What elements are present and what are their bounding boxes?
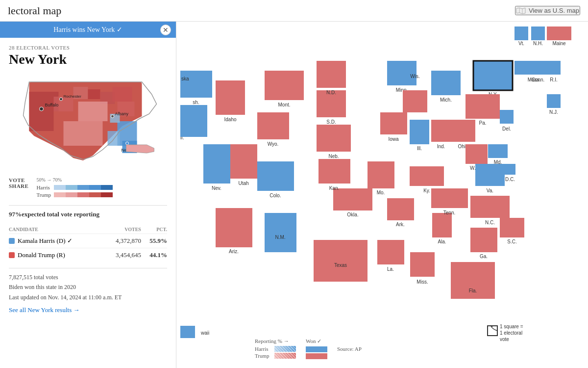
utah-square[interactable]	[230, 144, 257, 179]
texas-square[interactable]	[314, 240, 368, 282]
svg-text:Idaho: Idaho	[224, 117, 236, 122]
ill-square[interactable]	[410, 120, 429, 144]
map-legend-container: Reporting % → Harris Trump Won ✓ Source:…	[255, 338, 362, 359]
harris-color-bar	[54, 185, 113, 190]
svg-text:waii: waii	[200, 330, 209, 336]
nh-square[interactable]	[531, 26, 545, 40]
md-square[interactable]	[488, 144, 508, 158]
see-all-results-link[interactable]: See all New York results →	[9, 306, 167, 314]
ohio-square[interactable]	[451, 120, 475, 142]
svg-text:N.C.: N.C.	[485, 220, 495, 225]
svg-text:Ky.: Ky.	[423, 188, 430, 193]
ny-map-svg: Buffalo Rochester Albany New York	[9, 72, 167, 170]
close-button[interactable]: ✕	[160, 25, 171, 35]
la-square[interactable]	[377, 240, 404, 264]
svg-text:D.C.: D.C.	[505, 177, 515, 182]
maine-square[interactable]	[547, 26, 571, 40]
svg-text:N.H.: N.H.	[533, 41, 543, 46]
svg-rect-2	[29, 111, 54, 131]
nm-square[interactable]	[265, 213, 296, 252]
colo-square[interactable]	[257, 161, 294, 191]
miss-square[interactable]	[410, 252, 435, 277]
svg-text:N.D.: N.D.	[326, 90, 336, 95]
nev-square[interactable]	[203, 144, 230, 184]
svg-text:N.J.: N.J.	[549, 109, 558, 115]
state-map: Buffalo Rochester Albany New York	[9, 72, 167, 170]
iowa-square[interactable]	[380, 112, 407, 134]
ky-square[interactable]	[410, 166, 444, 186]
kan-square[interactable]	[318, 159, 350, 184]
svg-text:1 square =: 1 square =	[500, 324, 523, 329]
trump-legend-row: Trump	[36, 192, 113, 198]
ala-square[interactable]	[432, 213, 452, 237]
ore-square[interactable]	[180, 105, 207, 137]
trump-reporting-row: Trump	[255, 353, 296, 359]
ny-square[interactable]	[473, 61, 513, 90]
harris-reporting-row: Harris	[255, 346, 296, 352]
col-pct: PCT.	[141, 225, 167, 234]
sidebar-content: 28 ELECTORAL VOTES New York	[0, 38, 176, 368]
col-votes: VOTES	[103, 225, 141, 234]
ark-square[interactable]	[387, 198, 414, 220]
ind-square[interactable]	[431, 120, 451, 142]
wyo-square[interactable]	[257, 112, 289, 139]
harris-reporting-swatch	[274, 346, 296, 352]
electoral-vote-annotation: 1 square = 1 electoral vote	[488, 324, 523, 342]
source-label: Source: AP	[337, 338, 362, 352]
idaho-square[interactable]	[216, 80, 245, 115]
dc-square[interactable]	[505, 164, 515, 175]
state-detail-panel: Harris wins New York ✓ ✕ 28 ELECTORAL VO…	[0, 22, 176, 368]
okla-square[interactable]	[333, 188, 372, 210]
svg-text:Albany: Albany	[115, 111, 129, 116]
legend-scale: 50% → 70%	[36, 177, 113, 183]
svg-text:Maine: Maine	[552, 41, 566, 46]
svg-text:Nev.: Nev.	[212, 185, 221, 191]
nj-square[interactable]	[547, 94, 561, 108]
candidate-results-table: CANDIDATE VOTES PCT. Kamala Harris (D) ✓…	[9, 225, 167, 262]
svg-text:Pa.: Pa.	[479, 120, 486, 126]
nc-square[interactable]	[470, 196, 510, 218]
electoral-cartogram-svg: Vt. N.H. Maine Mass. N.Y. Conn. R.I. Pa.…	[176, 22, 588, 368]
wash-square[interactable]	[180, 71, 212, 98]
electoral-votes-label: 28 ELECTORAL VOTES	[9, 45, 167, 51]
conn-square[interactable]	[531, 61, 545, 75]
pa-square[interactable]	[466, 94, 500, 119]
del-square[interactable]	[500, 110, 514, 124]
ariz-square[interactable]	[216, 208, 252, 247]
wva-square[interactable]	[466, 144, 488, 164]
svg-text:S.C.: S.C.	[507, 239, 516, 244]
mont-square[interactable]	[265, 71, 304, 100]
tenn-square[interactable]	[431, 188, 468, 208]
trump-color-bar	[54, 192, 113, 197]
svg-text:Okla.: Okla.	[347, 212, 358, 217]
trump-won-row	[306, 353, 327, 359]
sc-square[interactable]	[500, 218, 524, 237]
svg-rect-7	[113, 87, 132, 102]
svg-text:Ark.: Ark.	[396, 222, 405, 227]
trump-won-swatch	[306, 353, 327, 359]
nd-square[interactable]	[317, 61, 346, 88]
svg-text:Colo.: Colo.	[270, 193, 281, 198]
ri-square[interactable]	[547, 61, 561, 75]
ga-square[interactable]	[470, 228, 497, 252]
svg-text:Del.: Del.	[502, 126, 511, 131]
svg-text:Ind.: Ind.	[437, 144, 445, 149]
svg-text:Va.: Va.	[487, 188, 493, 193]
harris-party-indicator	[9, 238, 15, 244]
vt-square[interactable]	[514, 26, 528, 40]
wis-square[interactable]	[403, 90, 427, 112]
minn-square[interactable]	[387, 61, 416, 85]
trump-votes: 3,454,645	[103, 248, 141, 263]
view-us-map-button[interactable]: View as U.S. map	[515, 6, 580, 15]
svg-text:Mich.: Mich.	[440, 97, 452, 103]
neb-square[interactable]	[317, 125, 351, 152]
svg-text:Mo.: Mo.	[377, 190, 385, 195]
last-updated-text: Last updated on Nov. 14, 2024 at 11:00 a…	[9, 292, 167, 302]
mich-square[interactable]	[431, 71, 461, 95]
trump-reporting-swatch	[274, 353, 296, 359]
hawaii-square[interactable]	[180, 326, 195, 338]
va-square[interactable]	[475, 164, 505, 186]
page-title: lectoral map	[8, 4, 61, 17]
mo-square[interactable]	[368, 161, 394, 188]
candidate-row-trump: Donald Trump (R) 3,454,645 44.1%	[9, 248, 167, 263]
